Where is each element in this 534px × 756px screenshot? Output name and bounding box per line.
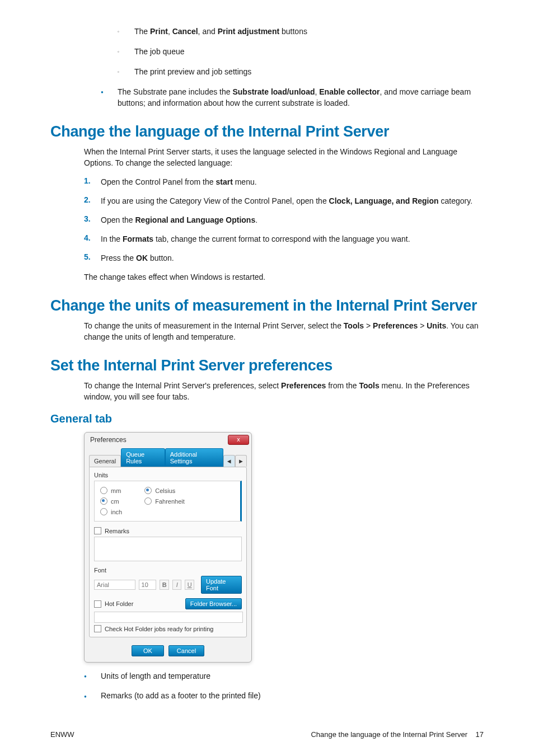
font-label: Font — [94, 567, 242, 574]
radio-cm[interactable]: cm — [100, 497, 122, 505]
section3-body: To change the Internal Print Server's pr… — [84, 380, 484, 402]
step-number: 2. — [84, 195, 101, 206]
ring-bullet-icon: ◦ — [118, 46, 134, 57]
tab-queue-rules[interactable]: Queue Rules — [121, 448, 165, 467]
sub-bullet-text: The job queue — [134, 46, 484, 57]
page-footer: ENWW Change the language of the Internal… — [50, 730, 484, 739]
step-number: 3. — [84, 214, 101, 226]
radio-inch[interactable]: inch — [100, 508, 122, 515]
ring-bullet-icon: ◦ — [118, 66, 134, 77]
step-number: 1. — [84, 176, 101, 187]
dialog-title: Preferences — [90, 436, 127, 444]
list-item: Remarks (to add as a footer to the print… — [84, 690, 484, 702]
list-item: 5. Press the OK button. — [84, 252, 484, 264]
hot-folder-checkbox[interactable]: Hot Folder — [94, 600, 133, 608]
document-page: ◦ The Print, Cancel, and Print adjustmen… — [0, 0, 534, 756]
radio-fahrenheit[interactable]: Fahrenheit — [144, 497, 185, 505]
list-item: 1. Open the Control Panel from the start… — [84, 176, 484, 187]
footer-right: Change the language of the Internal Prin… — [311, 730, 484, 739]
units-group: mm cm inch Celsius Fahrenheit — [94, 481, 242, 522]
radio-celsius[interactable]: Celsius — [144, 487, 185, 494]
radio-mm[interactable]: mm — [100, 487, 122, 494]
remarks-textarea[interactable] — [94, 537, 242, 561]
section-heading-set-preferences: Set the Internal Print Server preference… — [50, 357, 484, 374]
preferences-dialog: Preferences x General Queue Rules Additi… — [84, 432, 252, 663]
main-bullet-text: The Substrate pane includes the Substrat… — [118, 86, 484, 109]
sub-bullet-text: The print preview and job settings — [134, 66, 484, 77]
tab-additional-settings[interactable]: Additional Settings — [165, 448, 223, 467]
sub-bullet: ◦ The Print, Cancel, and Print adjustmen… — [118, 26, 484, 37]
dialog-footer: OK Cancel — [85, 642, 251, 662]
footer-left: ENWW — [50, 730, 74, 739]
step-number: 5. — [84, 252, 101, 264]
tab-nav-left[interactable]: ◄ — [223, 455, 235, 467]
italic-button[interactable]: I — [172, 580, 182, 590]
dot-bullet-icon — [101, 86, 118, 109]
dialog-titlebar: Preferences x — [85, 433, 251, 445]
tab-nav-right[interactable]: ► — [235, 455, 247, 467]
step-number: 4. — [84, 233, 101, 245]
dialog-tabs: General Queue Rules Additional Settings … — [89, 448, 247, 467]
bullet-text: Remarks (to add as a footer to the print… — [101, 690, 484, 702]
section1-intro: When the Internal Print Server starts, i… — [84, 146, 484, 168]
close-button[interactable]: x — [228, 435, 249, 445]
list-item: Units of length and temperature — [84, 670, 484, 682]
main-bullet: The Substrate pane includes the Substrat… — [101, 86, 484, 109]
cancel-button[interactable]: Cancel — [168, 645, 204, 656]
tab-general[interactable]: General — [89, 455, 121, 467]
list-item: 3. Open the Regional and Language Option… — [84, 214, 484, 226]
sub-bullet-text: The Print, Cancel, and Print adjustment … — [134, 26, 484, 37]
units-label: Units — [94, 472, 242, 478]
folder-browser-button[interactable]: Folder Browser... — [185, 598, 242, 609]
ring-bullet-icon: ◦ — [118, 26, 134, 37]
subsection-general-tab: General tab — [50, 412, 484, 425]
underline-button[interactable]: U — [185, 580, 194, 590]
update-font-button[interactable]: Update Font — [201, 576, 242, 594]
bullet-text: Units of length and temperature — [101, 670, 484, 682]
list-item: 2. If you are using the Category View of… — [84, 195, 484, 206]
dialog-body: Units mm cm inch Celsius Fahrenheit Rema… — [89, 467, 247, 637]
continuation-list: ◦ The Print, Cancel, and Print adjustmen… — [118, 26, 484, 77]
section-heading-change-units: Change the units of measurement in the I… — [50, 297, 484, 314]
section1-outro: The change takes effect when Windows is … — [84, 271, 484, 283]
list-item: 4. In the Formats tab, change the curren… — [84, 233, 484, 245]
hot-folder-path-input[interactable] — [94, 612, 243, 623]
section2-body: To change the units of measurement in th… — [84, 320, 484, 342]
section-heading-change-language: Change the language of the Internal Prin… — [50, 123, 484, 140]
check-hot-folder-jobs[interactable]: Check Hot Folder jobs ready for printing — [94, 625, 242, 632]
remarks-checkbox[interactable]: Remarks — [94, 527, 242, 534]
font-name-input[interactable]: Arial — [94, 580, 135, 590]
ok-button[interactable]: OK — [132, 645, 164, 656]
bold-button[interactable]: B — [160, 580, 169, 590]
sub-bullet: ◦ The job queue — [118, 46, 484, 57]
font-size-input[interactable]: 10 — [139, 580, 157, 590]
dot-bullet-icon — [84, 670, 101, 682]
sub-bullet: ◦ The print preview and job settings — [118, 66, 484, 77]
dot-bullet-icon — [84, 690, 101, 702]
section1-steps: 1. Open the Control Panel from the start… — [84, 176, 484, 264]
